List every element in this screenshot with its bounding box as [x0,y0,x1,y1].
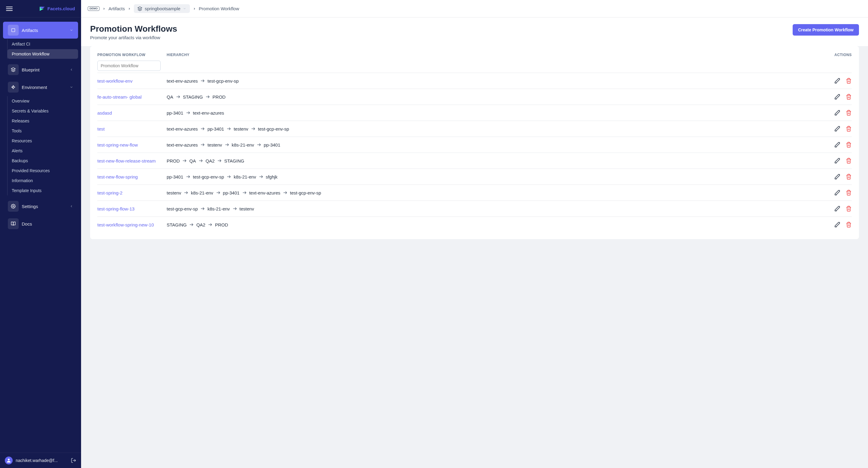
bc-artifacts[interactable]: Artifacts [108,6,125,11]
nav-artifacts[interactable]: Artifacts [3,22,78,38]
edit-icon[interactable] [834,126,840,132]
nav-provided[interactable]: Provided Resources [7,166,78,175]
dropdown-caret-icon [183,7,186,10]
content: PROMOTION WORKFLOW HIERARCHY ACTIONS tes… [81,46,868,468]
workflow-filter-input[interactable] [97,61,161,71]
workflow-name[interactable]: test-new-flow-release-stream [97,158,167,164]
workflow-name[interactable]: asdasd [97,110,167,116]
nav-docs[interactable]: Docs [3,215,78,232]
nav-artifacts-label: Artifacts [22,28,70,33]
edit-icon[interactable] [834,190,840,196]
arrow-right-icon [186,110,190,115]
hierarchy-cell: testenv k8s-21-env pp-3401 text-env-azur… [167,190,815,196]
delete-icon[interactable] [846,110,852,116]
delete-icon[interactable] [846,142,852,148]
th-hierarchy: HIERARCHY [167,53,815,57]
actions-cell [815,190,852,196]
nav-template[interactable]: Template Inputs [7,186,78,196]
nav-secrets[interactable]: Secrets & Variables [7,106,78,116]
sidebar-footer: nachiket.warhade@f... [0,452,81,468]
hierarchy-node: pp-3401 [167,174,183,179]
arrow-right-icon [258,174,264,179]
workflow-name[interactable]: test-workflow-env [97,79,167,84]
workflow-name[interactable]: test-spring-flow-13 [97,206,167,211]
table-row: test-new-flow-release-streamPROD QA QA2 … [97,153,852,169]
nav-tools[interactable]: Tools [7,126,78,136]
edit-icon[interactable] [834,174,840,180]
nav-releases[interactable]: Releases [7,116,78,126]
hierarchy-node: test-gcp-env-sp [193,174,224,179]
arrow-right-icon [200,142,205,147]
bc-current: Promotion Workflow [199,6,239,11]
hierarchy-node: PROD [213,94,225,99]
th-actions: ACTIONS [815,53,852,57]
nav-information[interactable]: Information [7,176,78,185]
chevron-down-icon [70,85,73,89]
delete-icon[interactable] [846,174,852,180]
actions-cell [815,78,852,84]
delete-icon[interactable] [846,126,852,132]
hamburger-icon[interactable] [6,5,13,12]
create-promotion-workflow-button[interactable]: Create Promotion Workflow [793,24,859,36]
nav-overview[interactable]: Overview [7,96,78,106]
nav-backups[interactable]: Backups [7,156,78,166]
docs-icon [8,218,19,229]
nav-blueprint[interactable]: Blueprint [3,61,78,78]
nav-resources[interactable]: Resources [7,136,78,146]
arrow-right-icon [208,222,213,227]
delete-icon[interactable] [846,222,852,228]
workflow-name[interactable]: test-spring-new-flow [97,142,167,147]
delete-icon[interactable] [846,94,852,100]
hierarchy-cell: pp-3401 test-gcp-env-sp k8s-21-env sfghj… [167,174,815,179]
arrow-right-icon [176,94,181,99]
logout-icon[interactable] [71,458,76,463]
actions-cell [815,174,852,180]
hierarchy-cell: text-env-azures testenv k8s-21-env pp-34… [167,142,815,147]
hierarchy-node: test-gcp-env-sp [258,126,289,131]
edit-icon[interactable] [834,110,840,116]
svg-rect-0 [12,29,15,32]
bc-sample-dropdown[interactable]: springbootsample [134,4,190,13]
nav-artifact-ci[interactable]: Artifact CI [7,39,78,49]
logo[interactable]: Facets.cloud [39,5,75,12]
arrow-right-icon [251,126,255,131]
delete-icon[interactable] [846,78,852,84]
hierarchy-node: test-gcp-env-sp [207,79,239,84]
workflow-name[interactable]: fe-auto-stream- global [97,94,167,99]
hierarchy-node: k8s-21-env [207,206,230,211]
nav-settings[interactable]: Settings [3,198,78,215]
nav-promotion-workflow[interactable]: Promotion Workflow [7,49,78,59]
arrow-right-icon [283,190,287,195]
arrow-right-icon [200,79,205,83]
nav-environment-sub: Overview Secrets & Variables Releases To… [7,96,81,196]
arrow-right-icon [224,142,229,147]
hierarchy-node: testenv [240,206,254,211]
edit-icon[interactable] [834,94,840,100]
workflow-name[interactable]: test-spring-2 [97,190,167,196]
edit-icon[interactable] [834,78,840,84]
hierarchy-node: pp-3401 [207,126,224,131]
table-row: test-new-flow-springpp-3401 test-gcp-env… [97,169,852,184]
nav-alerts[interactable]: Alerts [7,146,78,155]
edit-icon[interactable] [834,158,840,164]
hierarchy-node: test-gcp-env-sp [290,190,321,196]
delete-icon[interactable] [846,158,852,164]
hierarchy-node: text-env-azures [167,142,198,147]
table-row: testtext-env-azures pp-3401 testenv test… [97,121,852,137]
actions-cell [815,206,852,212]
workflow-name[interactable]: test [97,126,167,131]
workflow-name[interactable]: test-workflow-spring-new-10 [97,222,167,227]
hierarchy-node: k8s-21-env [232,142,254,147]
edit-icon[interactable] [834,206,840,212]
nav: Artifacts Artifact CI Promotion Workflow… [0,18,81,452]
workflow-name[interactable]: test-new-flow-spring [97,174,167,179]
delete-icon[interactable] [846,190,852,196]
arrow-right-icon [200,206,205,211]
delete-icon[interactable] [846,206,852,212]
nav-environment[interactable]: Environment [3,79,78,96]
edit-icon[interactable] [834,142,840,148]
table-row: test-spring-flow-13test-gcp-env-sp k8s-2… [97,201,852,216]
edit-icon[interactable] [834,222,840,228]
hierarchy-node: testenv [167,190,181,196]
avatar[interactable] [5,457,13,464]
